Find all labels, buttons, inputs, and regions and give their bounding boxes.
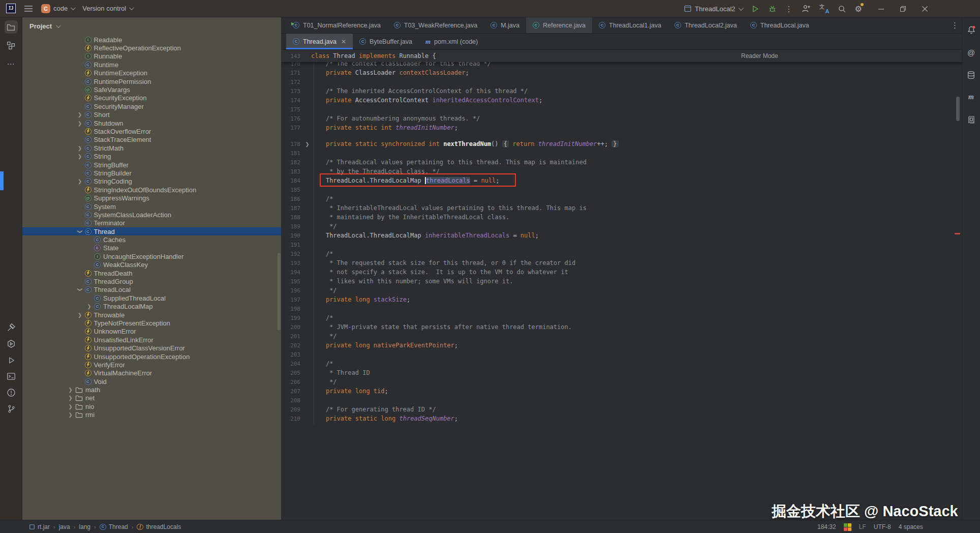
tree-item-safevarargs[interactable]: @SafeVarargs <box>22 85 281 94</box>
toolbar-item-terminal[interactable] <box>5 370 18 383</box>
editor-tab-threadlocal2-java[interactable]: CThreadLocal2.java <box>668 17 744 33</box>
project-panel-header[interactable]: Project <box>22 17 281 35</box>
tree-item-readable[interactable]: IReadable <box>22 36 281 44</box>
more-actions-icon[interactable]: ⋮ <box>785 5 793 13</box>
tree-item-unknownerror[interactable]: UnknownError <box>22 328 281 336</box>
tree-item-caches[interactable]: CCaches <box>22 235 281 244</box>
breadcrumb-item-thread[interactable]: CThread <box>100 523 128 530</box>
tree-expand-icon[interactable]: ❯ <box>67 404 74 409</box>
tree-item-stringbuilder[interactable]: CStringBuilder <box>22 169 281 177</box>
encoding-indicator[interactable]: UTF-8 <box>874 523 891 530</box>
restore-button[interactable] <box>900 6 906 12</box>
tree-expand-icon[interactable]: ❯ <box>76 179 84 184</box>
tree-item-securitymanager[interactable]: CSecurityManager <box>22 102 281 110</box>
tree-expand-icon[interactable]: ❯ <box>76 112 84 117</box>
editor-tab-pom-xml-code-[interactable]: mpom.xml (code) <box>419 34 484 49</box>
tree-item-runtimepermission[interactable]: CRuntimePermission <box>22 77 281 85</box>
tree-item-stackoverflowerror[interactable]: StackOverflowError <box>22 127 281 135</box>
tree-item-terminator[interactable]: CTerminator <box>22 219 281 227</box>
translate-icon[interactable]: 文 A <box>819 5 829 13</box>
tree-item-rmi[interactable]: ❯rmi <box>22 411 281 419</box>
toolbar-item-project[interactable] <box>5 20 18 34</box>
tree-item-threadlocal[interactable]: ❯CThreadLocal <box>22 286 281 294</box>
vcs-menu[interactable]: Version control <box>82 5 133 12</box>
tree-item-void[interactable]: CVoid <box>22 377 281 386</box>
tree-item-thread[interactable]: ❯CThread <box>22 227 281 235</box>
tree-item-short[interactable]: ❯CShort <box>22 111 281 119</box>
breadcrumb-item-threadlocals[interactable]: fthreadLocals <box>137 523 181 530</box>
main-menu-icon[interactable] <box>24 5 33 12</box>
tree-item-runtime[interactable]: CRuntime <box>22 61 281 69</box>
input-method-icon[interactable] <box>844 523 851 531</box>
breadcrumb-item-rt.jar[interactable]: rt.jar <box>29 523 50 530</box>
fold-arrow-icon[interactable]: ❯ <box>303 141 311 147</box>
editor-tab-m-java[interactable]: CM.java <box>484 17 526 33</box>
tree-item-suppliedthreadlocal[interactable]: CSuppliedThreadLocal <box>22 294 281 302</box>
toolbar-item-documentation[interactable] <box>965 113 978 126</box>
editor-tab-thread-java[interactable]: CThread.java✕ <box>286 34 353 49</box>
tree-item-net[interactable]: ❯net <box>22 394 281 402</box>
tree-expand-icon[interactable]: ❯ <box>67 412 74 418</box>
toolbar-item-problems[interactable] <box>5 386 18 399</box>
tree-item-virtualmachineerror[interactable]: VirtualMachineError <box>22 369 281 377</box>
tree-item-stacktraceelement[interactable]: CStackTraceElement <box>22 136 281 144</box>
run-configuration-selector[interactable]: ThreadLocal2 <box>684 5 742 13</box>
tree-item-throwable[interactable]: ❯Throwable <box>22 311 281 319</box>
breadcrumb-item-lang[interactable]: lang <box>79 523 90 530</box>
project-selector[interactable]: C code <box>41 4 74 13</box>
tree-item-typenotpresentexception[interactable]: TypeNotPresentException <box>22 319 281 327</box>
tree-collapse-icon[interactable]: ❯ <box>77 286 83 293</box>
tree-item-system[interactable]: CSystem <box>22 202 281 211</box>
reader-mode-toggle[interactable]: Reader Mode <box>741 52 778 60</box>
tree-item-weakclasskey[interactable]: CWeakClassKey <box>22 261 281 269</box>
editor-tab-t03-weakreference-java[interactable]: CT03_WeakReference.java <box>387 17 484 33</box>
tree-item-string[interactable]: ❯CString <box>22 152 281 160</box>
toolbar-item-maven[interactable]: m <box>965 91 978 104</box>
breadcrumb-item-java[interactable]: java <box>59 523 70 530</box>
tree-item-unsupportedoperationexception[interactable]: UnsupportedOperationException <box>22 352 281 361</box>
minimize-button[interactable] <box>878 6 884 12</box>
tree-item-uncaughtexceptionhandler[interactable]: IUncaughtExceptionHandler <box>22 252 281 260</box>
tree-item-shutdown[interactable]: ❯CShutdown <box>22 119 281 127</box>
settings-gear-icon[interactable]: ⚙ <box>855 4 862 14</box>
add-user-icon[interactable] <box>802 4 811 13</box>
tree-item-unsupportedclassversionerror[interactable]: UnsupportedClassVersionError <box>22 344 281 352</box>
tree-item-stringcoding[interactable]: ❯CStringCoding <box>22 177 281 186</box>
tree-item-suppresswarnings[interactable]: @SuppressWarnings <box>22 194 281 202</box>
editor-tab-t01-normalreference-java[interactable]: CT01_NormalReference.java <box>286 17 387 33</box>
caret-position[interactable]: 184:32 <box>817 523 836 530</box>
tree-expand-icon[interactable]: ❯ <box>67 387 74 393</box>
debug-button[interactable] <box>768 5 777 13</box>
tree-expand-icon[interactable]: ❯ <box>85 304 93 309</box>
toolbar-item-version-control[interactable] <box>5 402 18 416</box>
tree-item-threadlocalmap[interactable]: ❯CThreadLocalMap <box>22 303 281 311</box>
tree-expand-icon[interactable]: ❯ <box>76 121 84 126</box>
tree-item-state[interactable]: EState <box>22 244 281 252</box>
tree-item-strictmath[interactable]: ❯CStrictMath <box>22 144 281 152</box>
tab-overflow-icon[interactable]: ⋮ <box>951 17 959 34</box>
toolbar-item-build[interactable] <box>5 321 18 334</box>
close-tab-icon[interactable]: ✕ <box>341 38 346 45</box>
editor-tab-bytebuffer-java[interactable]: CByteBuffer.java <box>353 34 419 49</box>
search-icon[interactable] <box>838 5 846 13</box>
tree-expand-icon[interactable]: ❯ <box>76 312 84 318</box>
toolbar-item-run[interactable] <box>5 353 18 367</box>
project-tree-scrollbar[interactable] <box>278 253 281 330</box>
tree-item-systemclassloaderaction[interactable]: CSystemClassLoaderAction <box>22 211 281 219</box>
editor-tab-threadlocal-java[interactable]: CThreadLocal.java <box>744 17 816 33</box>
editor-scrollbar[interactable] <box>956 97 960 121</box>
editor-tab-reference-java[interactable]: CReference.java <box>526 17 592 33</box>
indent-indicator[interactable]: 4 spaces <box>899 523 923 530</box>
tree-item-threaddeath[interactable]: ThreadDeath <box>22 269 281 277</box>
tree-item-runnable[interactable]: IRunnable <box>22 52 281 61</box>
toolbar-item-services[interactable] <box>5 337 18 350</box>
run-button[interactable] <box>751 5 759 13</box>
tree-expand-icon[interactable]: ❯ <box>76 145 84 151</box>
tree-item-runtimeexception[interactable]: RuntimeException <box>22 69 281 77</box>
toolbar-item-notifications[interactable] <box>965 23 978 37</box>
tree-item-nio[interactable]: ❯nio <box>22 402 281 410</box>
tree-item-stringindexoutofboundsexception[interactable]: StringIndexOutOfBoundsException <box>22 186 281 194</box>
tree-item-verifyerror[interactable]: VerifyError <box>22 361 281 369</box>
close-button[interactable] <box>922 6 928 12</box>
tree-item-threadgroup[interactable]: CThreadGroup <box>22 277 281 285</box>
